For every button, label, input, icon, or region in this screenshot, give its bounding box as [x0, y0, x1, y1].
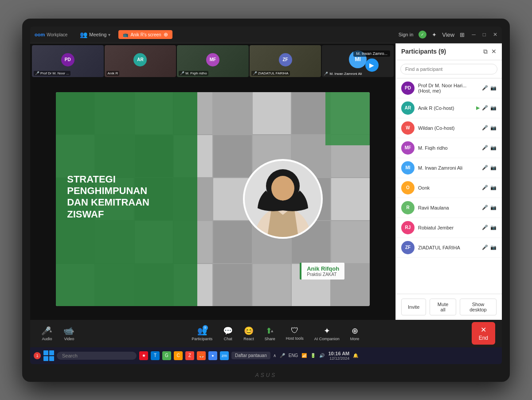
sidebar-footer: Invite Mute all Show desktop: [396, 294, 502, 320]
mute-icon-7: 🎤: [482, 205, 488, 210]
win-start-tile-3: [43, 356, 48, 361]
taskbar-app-icon-3[interactable]: G: [162, 351, 171, 360]
participant-icons-5: 🎤 📷: [482, 165, 497, 171]
video-icon-5: 📷: [490, 165, 497, 171]
taskbar-app-icon-firefox[interactable]: 🦊: [197, 351, 206, 360]
restore-button[interactable]: □: [483, 31, 486, 38]
participant-name-9: ZIADATUL FARIHA: [418, 245, 478, 250]
featured-label: 🎤 M. Irwan Zamroni Ali: [324, 72, 362, 76]
thumb-label-3: 🎤 M. Fiqih ridho: [179, 71, 208, 76]
win-start-tile-2: [49, 350, 54, 355]
taskbar-zoom-icon[interactable]: zm: [220, 351, 229, 360]
video-icon-2: 📷: [490, 105, 497, 111]
toolbar-right-group: ✕ End: [472, 322, 495, 345]
audio-button[interactable]: 🎤 ▲ Audio: [37, 324, 57, 343]
participant-search-input[interactable]: [400, 64, 497, 74]
view-label[interactable]: View: [442, 31, 454, 38]
taskbar-app-icon-2[interactable]: T: [151, 351, 160, 360]
collage-cell: [292, 92, 330, 134]
taskbar-battery-icon: 🔋: [310, 353, 316, 358]
screen: oom Workplace 👥 Meeting ▾ 📺 Anik R's scr…: [30, 27, 502, 364]
ai-companion-icon: ✦: [324, 326, 330, 336]
video-icon-1: 📷: [490, 85, 497, 91]
sidebar-header: Participants (9) ⧉ ✕: [396, 43, 502, 60]
participant-icons-8: 🎤 📷: [482, 225, 497, 230]
participant-item-2: AR Anik R (Co-host) ▶ 🎤 📷: [396, 98, 502, 118]
sign-in-button[interactable]: Sign in: [399, 32, 414, 37]
active-icon-2: ▶: [476, 105, 480, 111]
end-icon: ✕: [481, 326, 486, 334]
screen-share-badge: 📺 Anik R's screen ⊕: [118, 30, 172, 39]
chat-button[interactable]: 💬 Chat: [219, 324, 237, 343]
taskbar-search[interactable]: Search: [57, 352, 137, 360]
video-area: PD 🎤 Prof Dr M. Noor ... AR Anik R MF: [30, 43, 395, 320]
close-button[interactable]: ✕: [493, 31, 497, 38]
participants-title: Participants (9): [401, 48, 446, 55]
thumb-participant-4: ZF 🎤 ZIADATUL FARIHA: [250, 45, 321, 77]
participants-sidebar: Participants (9) ⧉ ✕ PD Prof Dr M. Noor …: [395, 43, 502, 320]
thumb-label-4: 🎤 ZIADATUL FARIHA: [251, 71, 290, 76]
meeting-button[interactable]: 👥 Meeting ▾: [76, 30, 114, 39]
participant-avatar-1: PD: [401, 82, 415, 95]
view-grid-icon[interactable]: ⊞: [460, 31, 465, 38]
top-right-controls: Sign in ✓ ✦ View ⊞ ─ □ ✕: [399, 31, 497, 39]
featured-arrow-button[interactable]: ▶: [365, 58, 379, 72]
ai-companion-button[interactable]: ✦ AI Companion: [310, 324, 344, 343]
taskbar-app-icon-1[interactable]: ★: [139, 351, 148, 360]
mute-all-button[interactable]: Mute all: [430, 299, 456, 315]
taskbar-expand-icon[interactable]: ∧: [273, 353, 276, 358]
video-button[interactable]: 📹 ▲ Video: [59, 324, 79, 343]
top-bar: oom Workplace 👥 Meeting ▾ 📺 Anik R's scr…: [30, 27, 502, 43]
sparkle-icon[interactable]: ✦: [432, 31, 437, 38]
participant-item-7: R Ravii Maulana 🎤 📷: [396, 198, 502, 218]
pop-out-icon[interactable]: ⧉: [483, 48, 488, 55]
more-button[interactable]: ⊕ More: [346, 324, 364, 343]
close-sidebar-icon[interactable]: ✕: [491, 48, 497, 55]
participant-name-2: Anik R (Co-host): [418, 105, 473, 111]
host-tools-button[interactable]: 🛡 Host tools: [282, 324, 308, 342]
participant-avatar-9: ZF: [401, 241, 415, 254]
taskbar-notification-bell[interactable]: 🔔: [353, 353, 358, 358]
participant-item-4: MF M. Fiqih ridho 🎤 📷: [396, 138, 502, 158]
thumb-label-1: 🎤 Prof Dr M. Noor ...: [34, 71, 70, 76]
mute-icon-5: 🎤: [482, 165, 488, 171]
participant-name-3: Wildan (Co-host): [418, 125, 478, 131]
mute-icon-6: 🎤: [482, 185, 488, 190]
participant-avatar-8: RJ: [401, 221, 415, 234]
participant-name-7: Ravii Maulana: [418, 205, 478, 210]
participant-avatar-3: W: [401, 121, 415, 135]
share-button[interactable]: ⬆ ▲ Share: [260, 324, 280, 343]
participant-name-5: M. Irwan Zamroni Ali: [418, 165, 478, 171]
taskbar-app-icon-5[interactable]: Z: [185, 351, 194, 360]
participant-avatar-5: MI: [401, 161, 415, 175]
taskbar-app-icon-chrome[interactable]: ●: [208, 351, 217, 360]
react-button[interactable]: 😊 React: [239, 324, 258, 343]
toolbar-center-group: 👥 9 Participants 💬 Chat 😊 React ⬆: [187, 324, 364, 343]
thumb-participant-3: MF 🎤 M. Fiqih ridho: [177, 45, 249, 77]
collage-cell: [213, 135, 252, 177]
windows-start-button[interactable]: [43, 350, 54, 361]
taskbar-active-app[interactable]: Daftar pantauan: [231, 352, 270, 359]
minimize-button[interactable]: ─: [472, 31, 476, 38]
collage-cell: [213, 92, 252, 134]
participant-icons-6: 🎤 📷: [482, 185, 497, 190]
slide-green-accent: [325, 92, 370, 145]
taskbar-datetime: 10:16 AM 12/12/2024: [328, 351, 349, 361]
thumb-avatar-4: ZF: [279, 53, 292, 66]
participant-avatar-6: O: [401, 181, 415, 194]
collage-cell: [253, 92, 291, 134]
participant-name-4: M. Fiqih ridho: [418, 145, 478, 151]
participants-button[interactable]: 👥 9 Participants: [187, 324, 217, 343]
svg-point-1: [271, 176, 294, 201]
share-arrow: ▲: [270, 329, 274, 333]
video-icon-9: 📷: [490, 245, 497, 250]
participant-avatar-2: AR: [401, 101, 415, 115]
participant-item-5: MI M. Irwan Zamroni Ali 🎤 📷: [396, 158, 502, 178]
taskbar-app-icon-4[interactable]: C: [174, 351, 183, 360]
end-button[interactable]: ✕ End: [472, 322, 495, 345]
invite-button[interactable]: Invite: [401, 299, 426, 315]
taskbar-right: ∧ 🎤 ENG 📶 🔋 🔊 10:16 AM 12/12/2024 🔔: [273, 351, 359, 361]
show-desktop-button[interactable]: Show desktop: [460, 299, 497, 315]
participant-avatar-7: R: [401, 201, 415, 214]
mute-icon-1: 🎤: [482, 85, 488, 91]
